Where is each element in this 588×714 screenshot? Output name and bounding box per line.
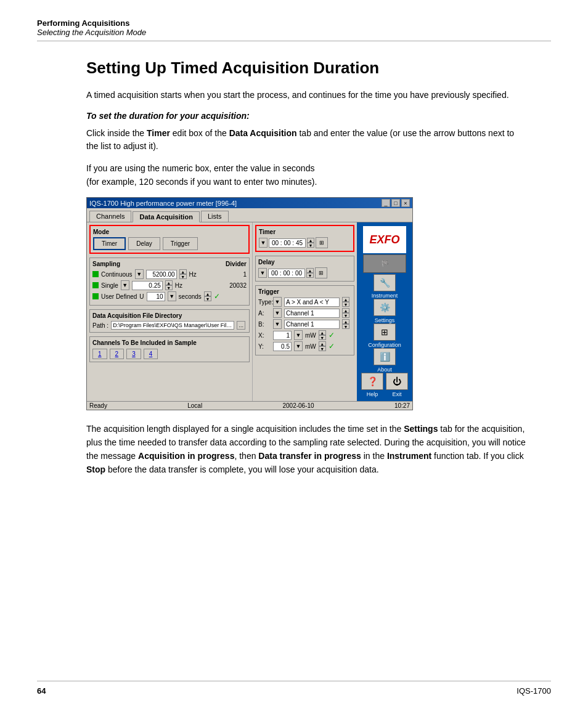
- maximize-button[interactable]: □: [391, 199, 400, 207]
- header-bold: Performing Acquisitions: [37, 18, 551, 28]
- trigger-b-down[interactable]: ▼: [342, 324, 349, 329]
- delay-down[interactable]: ▼: [306, 273, 314, 278]
- trigger-a-input[interactable]: [284, 309, 340, 318]
- delay-calendar[interactable]: ⊞: [315, 267, 327, 278]
- single-value[interactable]: [132, 281, 163, 290]
- settings-icon: ⚙️: [374, 299, 396, 316]
- trigger-type-down[interactable]: ▼: [342, 302, 349, 307]
- user-defined-down[interactable]: ▼: [204, 296, 211, 301]
- channel-2-button[interactable]: 2: [110, 349, 125, 359]
- trigger-type-dropdown[interactable]: ▼: [273, 297, 282, 307]
- window-title: IQS-1700 High performance power meter [9…: [89, 200, 237, 207]
- trigger-x-label: X:: [258, 332, 271, 339]
- tab-data-acquisition[interactable]: Data Acquisition: [133, 211, 199, 222]
- timer-input[interactable]: [269, 238, 306, 248]
- status-time: 10:27: [394, 402, 410, 409]
- exit-button[interactable]: ⏻ Exit: [386, 373, 408, 397]
- delay-up[interactable]: ▲: [306, 268, 314, 273]
- about-button[interactable]: ℹ️ About: [374, 348, 396, 373]
- status-local: Local: [187, 402, 202, 409]
- timer-box: ▼ ▲ ▼ ⊞: [259, 237, 351, 248]
- minimize-button[interactable]: _: [382, 199, 390, 207]
- help-button[interactable]: ❓ Help: [361, 373, 383, 397]
- delay-input[interactable]: [268, 269, 305, 278]
- channel-4-button[interactable]: 4: [144, 349, 158, 359]
- path-input[interactable]: [111, 321, 234, 330]
- instrument-button[interactable]: 🔧 Instrument: [372, 274, 398, 299]
- single-label: Single: [101, 282, 118, 289]
- trigger-type-label: Type:: [258, 299, 271, 306]
- trigger-a-down[interactable]: ▼: [342, 313, 349, 318]
- continuous-value[interactable]: [146, 270, 177, 279]
- channel-1-button[interactable]: 1: [92, 349, 107, 359]
- continuous-down[interactable]: ▼: [179, 274, 187, 279]
- status-date: 2002-06-10: [282, 402, 314, 409]
- trigger-type-row: Type: ▼ ▲ ▼: [258, 297, 351, 307]
- trigger-y-unit-dropdown[interactable]: ▼: [294, 341, 303, 351]
- page-footer: 64 IQS-1700: [37, 681, 551, 696]
- close-button[interactable]: ×: [401, 199, 410, 207]
- timer-down[interactable]: ▼: [307, 243, 314, 248]
- page-header: Performing Acquisitions Selecting the Ac…: [37, 18, 551, 41]
- sampling-section: Sampling Divider Continuous ▼ ▲ ▼ Hz: [89, 258, 250, 306]
- user-defined-up[interactable]: ▲: [204, 291, 211, 296]
- timer-section-label: Timer: [259, 229, 351, 235]
- mode-timer-button[interactable]: Timer: [93, 237, 126, 250]
- trigger-y-down[interactable]: ▼: [319, 346, 326, 351]
- user-defined-check: ✓: [214, 292, 220, 301]
- trigger-b-arrows: ▲ ▼: [342, 319, 349, 329]
- user-defined-row: User Defined U ▼ seconds ▲ ▼ ✓: [92, 291, 247, 301]
- mode-delay-button[interactable]: Delay: [128, 237, 160, 250]
- trigger-x-check: ✓: [329, 331, 335, 339]
- trigger-type-input[interactable]: [284, 298, 340, 307]
- user-defined-dropdown[interactable]: ▼: [168, 291, 176, 301]
- tab-channels[interactable]: Channels: [89, 211, 131, 222]
- mode-label: Mode: [93, 229, 246, 235]
- trigger-y-up[interactable]: ▲: [319, 341, 326, 346]
- delay-section: Delay ▼ ▲ ▼ ⊞: [255, 256, 354, 282]
- timer-up[interactable]: ▲: [307, 238, 314, 243]
- trigger-x-arrows: ▲ ▼: [319, 330, 326, 340]
- channel-3-button[interactable]: 3: [126, 349, 141, 359]
- trigger-a-dropdown[interactable]: ▼: [273, 308, 282, 318]
- user-defined-value[interactable]: [147, 292, 165, 301]
- single-down[interactable]: ▼: [165, 285, 173, 290]
- paragraph-3: If you are using the numeric box, enter …: [86, 162, 526, 189]
- settings-button[interactable]: ⚙️ Settings: [374, 299, 396, 323]
- trigger-b-input[interactable]: [284, 320, 340, 329]
- tab-lists[interactable]: Lists: [201, 211, 229, 222]
- timer-calendar[interactable]: ⊞: [316, 237, 328, 248]
- trigger-b-up[interactable]: ▲: [342, 319, 349, 324]
- tab-bar: Channels Data Acquisition Lists: [87, 208, 412, 222]
- trigger-a-up[interactable]: ▲: [342, 308, 349, 313]
- trigger-x-up[interactable]: ▲: [319, 330, 326, 335]
- continuous-dropdown[interactable]: ▼: [135, 269, 144, 279]
- about-icon: ℹ️: [374, 348, 396, 365]
- single-up[interactable]: ▲: [165, 280, 173, 285]
- exfo-logo: EXFO: [369, 233, 399, 246]
- mode-section: Mode Timer Delay Trigger: [89, 225, 250, 254]
- window-controls: _ □ ×: [382, 199, 410, 207]
- trigger-x-input[interactable]: [273, 331, 292, 340]
- app-body: Mode Timer Delay Trigger Sampling Divide…: [87, 222, 412, 401]
- trigger-x-unit-dropdown[interactable]: ▼: [294, 330, 303, 340]
- trigger-b-dropdown[interactable]: ▼: [273, 319, 282, 329]
- trigger-type-up[interactable]: ▲: [342, 297, 349, 302]
- browse-button[interactable]: ...: [237, 321, 245, 330]
- timer-dropdown[interactable]: ▼: [259, 238, 267, 248]
- configuration-icon: ⊞: [374, 323, 396, 341]
- instrument-icon: 🔧: [374, 274, 396, 291]
- file-directory-section: Data Acquisition File Directory Path : .…: [89, 309, 250, 333]
- trigger-y-input[interactable]: [273, 342, 292, 351]
- single-indicator: [92, 282, 99, 288]
- single-dropdown[interactable]: ▼: [121, 280, 129, 290]
- continuous-unit: Hz: [189, 271, 197, 278]
- mode-trigger-button[interactable]: Trigger: [163, 237, 198, 250]
- continuous-up[interactable]: ▲: [179, 269, 187, 274]
- continuous-arrows: ▲ ▼: [179, 269, 187, 279]
- delay-dropdown[interactable]: ▼: [258, 268, 267, 278]
- main-heading: Setting Up Timed Acquisition Duration: [86, 59, 551, 78]
- configuration-button[interactable]: ⊞ Configuration: [368, 323, 401, 348]
- trigger-x-down[interactable]: ▼: [319, 335, 326, 340]
- continuous-label: Continuous: [101, 271, 133, 278]
